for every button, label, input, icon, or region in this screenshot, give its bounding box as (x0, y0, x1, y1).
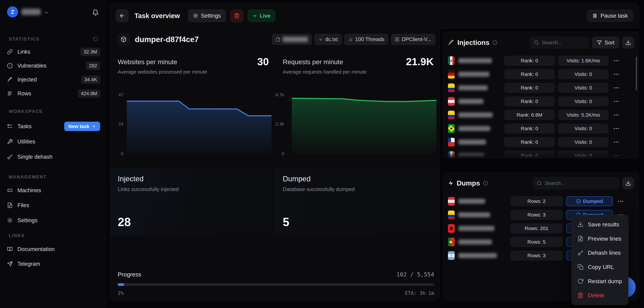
domain-redacted (458, 212, 490, 217)
bar-chart-icon (348, 37, 353, 42)
delete-task-button[interactable] (230, 9, 243, 22)
dumped-label: Dumped (583, 198, 603, 204)
domain-redacted (458, 58, 492, 63)
injection-row[interactable]: Rank: 0 Visits: 0 (448, 83, 634, 93)
scrollbar-thumb[interactable] (636, 57, 637, 90)
task-header: dumper-d87f4ce7 dc.txt 100 Threads DPCli… (110, 28, 440, 50)
menu-item-delete[interactable]: Delete (572, 288, 628, 303)
sidebar-item-settings[interactable]: Settings (7, 215, 100, 226)
sidebar-item-utilities[interactable]: Utilities (7, 136, 100, 147)
injections-panel: Injections Sort Rank: 0 Visits: 1.6K/mo (443, 32, 639, 158)
menu-item-restart-dump[interactable]: Restart dump (572, 274, 628, 289)
file-search-icon (578, 236, 584, 242)
chart-subtitle: Average requests handled per minute (283, 69, 366, 75)
live-status-badge: Live (248, 10, 275, 22)
stat-title: Dumped (283, 175, 310, 183)
dumps-search-input[interactable] (544, 180, 616, 186)
country-flag-icon (448, 238, 455, 246)
country-flag-icon (448, 83, 455, 92)
injections-download-button[interactable] (622, 37, 634, 48)
sidebar-item-machines[interactable]: Machines (7, 185, 100, 196)
row-menu-button[interactable] (612, 56, 621, 65)
dumps-download-button[interactable] (622, 177, 634, 189)
key-icon (578, 250, 584, 256)
search-icon (534, 40, 539, 45)
row-menu-button[interactable] (616, 196, 625, 206)
ellipsis-icon (613, 84, 620, 91)
menu-item-copy-url[interactable]: Copy URL (572, 260, 628, 274)
ellipsis-icon (613, 112, 620, 118)
rows-count-pill: Rows: 3 (510, 210, 563, 220)
new-task-button[interactable]: New task (64, 122, 100, 131)
rank-pill: Rank: 0 (504, 96, 554, 106)
check-circle-icon (576, 199, 581, 204)
dump-row[interactable]: Rows: 2 Dumped (448, 196, 634, 206)
sidebar-item-label: Utilities (18, 138, 35, 145)
injections-list: Rank: 0 Visits: 1.6K/mo Rank: 0 Visits: … (448, 56, 634, 158)
injection-row[interactable]: Rank: 0 Visits: 1.6K/mo (448, 56, 634, 65)
sidebar-item-telegram[interactable]: Telegram (7, 259, 100, 269)
pause-task-button[interactable]: Pause task (587, 10, 633, 22)
domain-redacted (458, 85, 488, 90)
alert-octagon-icon (7, 63, 13, 68)
row-menu-button[interactable] (612, 110, 621, 120)
domain-redacted (458, 126, 490, 131)
injection-row[interactable]: Rank: 0 Visits: 0 (448, 96, 634, 106)
menu-item-label: Restart dump (588, 278, 622, 285)
avatar[interactable]: Z (7, 6, 18, 17)
threads-chip-label: 100 Threads (355, 36, 384, 42)
sidebar-item-rows[interactable]: Rows 424.9M (7, 88, 100, 99)
client-chip: DPClient-V... (391, 34, 435, 45)
injections-searchbox (530, 37, 589, 48)
chart-subtitle: Average websites processed per minute (118, 69, 207, 75)
back-button[interactable] (116, 9, 128, 22)
ellipsis-icon (613, 139, 620, 145)
notifications-bell-icon[interactable] (92, 9, 99, 16)
sort-button[interactable]: Sort (592, 37, 619, 48)
chevron-down-icon[interactable] (44, 10, 49, 15)
sidebar-item-documentation[interactable]: Documentation (7, 244, 100, 255)
menu-item-label: Save results (588, 221, 619, 228)
menu-item-preview-lines[interactable]: Preview lines (572, 232, 628, 246)
injections-search-input[interactable] (542, 39, 585, 45)
row-menu-button[interactable] (612, 137, 621, 147)
injection-row[interactable]: Rank: 0 Visits: 0 (448, 69, 634, 79)
stat-subtitle: Links successfully injected (118, 186, 179, 192)
menu-item-save-results[interactable]: Save results (572, 217, 628, 232)
rows-count-pill: Rows: 3 (510, 251, 563, 260)
sidebar-item-label: Links (18, 49, 30, 55)
pause-icon (592, 13, 598, 18)
sidebar-item-label: Injected (18, 76, 37, 83)
sidebar-item-vulnerables[interactable]: Vulnerables 292 (7, 60, 100, 71)
row-menu-button[interactable] (612, 96, 621, 106)
info-icon[interactable] (492, 40, 498, 45)
sidebar-item-label: Tasks (18, 123, 32, 130)
injection-row[interactable]: Rank: 0 Visits: 0 (448, 124, 634, 133)
row-menu-button[interactable] (612, 151, 621, 158)
row-menu-button[interactable] (612, 124, 621, 133)
task-settings-button[interactable]: Settings (188, 9, 226, 22)
injection-row[interactable]: Rank: 6.8M Visits: 5.2K/mo (448, 110, 634, 120)
filename-redacted (283, 37, 308, 42)
sidebar-item-tasks[interactable]: Tasks New task (7, 121, 100, 132)
network-chip: dc.txt (314, 34, 342, 45)
injection-row[interactable]: Rank: 0 Visits: 0 (448, 137, 634, 147)
info-icon[interactable] (483, 181, 488, 186)
row-menu-button[interactable] (612, 83, 621, 93)
menu-item-dehash-lines[interactable]: Dehash lines (572, 246, 628, 260)
sidebar-item-files[interactable]: Files (7, 200, 100, 211)
progress-footer: 2% ETA: 3h 1m (118, 290, 434, 296)
dumps-header: Dumps (443, 173, 639, 189)
client-chip-label: DPClient-V... (402, 36, 431, 42)
network-chip-label: dc.txt (325, 36, 338, 42)
sidebar-item-single-dehash[interactable]: Single dehash (7, 151, 100, 162)
refresh-stats-icon[interactable] (93, 36, 98, 41)
rank-pill: Rank: 6.8M (504, 110, 554, 120)
sidebar-item-label: Settings (18, 217, 38, 224)
pause-task-label: Pause task (600, 12, 628, 19)
row-menu-button[interactable] (612, 69, 621, 79)
sidebar-item-links[interactable]: Links 32.3M (7, 46, 100, 57)
copy-icon (578, 264, 584, 270)
sidebar-item-injected[interactable]: Injected 34.4K (7, 74, 100, 85)
injection-row[interactable]: Rank: 0 Visits: 0 (448, 151, 634, 158)
